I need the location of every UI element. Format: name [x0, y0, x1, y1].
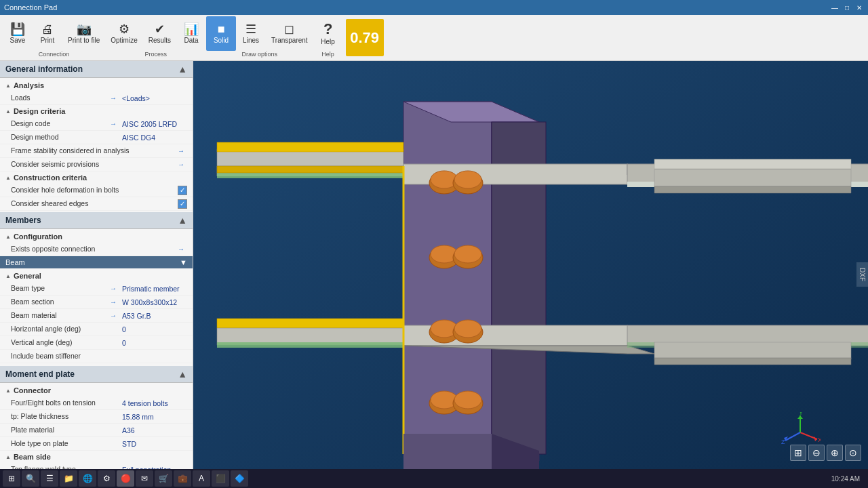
zoom-fit-button[interactable]: ⊙ [845, 445, 861, 461]
taskbar-office-button[interactable]: 💼 [174, 470, 191, 487]
svg-rect-13 [217, 142, 403, 152]
score-display: 0.79 [346, 19, 384, 56]
seismic-provisions-prop[interactable]: Consider seismic provisions → [0, 158, 193, 171]
include-beam-stiffener-label: Include beam stiffener [11, 352, 187, 361]
frame-stability-label: Frame stability considered in analysis [11, 146, 178, 156]
transparent-icon: ◻ [284, 23, 294, 35]
taskbar-acad-button[interactable]: A [193, 470, 210, 487]
hole-deformation-checkbox[interactable]: ✓ [178, 186, 187, 195]
design-code-prop[interactable]: Design code → AISC 2005 LRFD [0, 117, 193, 131]
taskbar-store-button[interactable]: 🛒 [155, 470, 172, 487]
plate-thickness-label: tp: Plate thickness [11, 412, 119, 422]
data-button[interactable]: 📊 Data [176, 16, 206, 51]
svg-rect-42 [654, 342, 851, 359]
opposite-connection-prop[interactable]: Exists opposite connection → [0, 243, 193, 256]
draw-options-group-label: Draw options [242, 51, 278, 58]
transparent-button[interactable]: ◻ Transparent [266, 16, 313, 51]
vertical-angle-prop[interactable]: Vertical angle (deg) 0 [0, 336, 193, 350]
plate-thickness-value: 15.88 mm [119, 413, 187, 421]
save-label: Save [10, 37, 26, 44]
moment-end-plate-header[interactable]: Moment end plate ▲ [0, 366, 193, 383]
design-code-label: Design code [11, 119, 110, 129]
svg-rect-14 [217, 166, 403, 173]
lines-button[interactable]: ☰ Lines [236, 16, 266, 51]
sheared-edges-checkbox[interactable]: ✓ [178, 199, 187, 209]
members-section-header[interactable]: Members ▲ [0, 212, 193, 229]
beam-side-subsection-header[interactable]: Beam side [0, 451, 193, 463]
results-button[interactable]: ✔ Results [143, 16, 176, 51]
save-button[interactable]: 💾 Save [3, 16, 33, 51]
results-label: Results [149, 37, 171, 44]
beam-section-prop[interactable]: Beam section → W 300x8s300x12 [0, 296, 193, 309]
taskbar-settings-button[interactable]: ⚙ [98, 470, 115, 487]
loads-label: Loads [11, 94, 110, 103]
design-criteria-subsection-header[interactable]: Design criteria [0, 105, 193, 117]
hole-deformation-prop[interactable]: Consider hole deformation in bolts ✓ [0, 184, 193, 197]
hole-type-value: STD [119, 440, 187, 448]
help-button[interactable]: ? Help [313, 16, 343, 51]
frame-stability-prop[interactable]: Frame stability considered in analysis → [0, 144, 193, 158]
dxf-panel-label[interactable]: DXF [856, 262, 868, 287]
taskbar-explorer-button[interactable]: 📁 [60, 470, 77, 487]
beam-type-value: Prismatic member [119, 285, 187, 293]
optimize-icon: ⚙ [119, 23, 130, 35]
svg-text:X: X [818, 436, 821, 443]
solid-button[interactable]: ■ Solid [206, 16, 236, 51]
taskbar-cmd-button[interactable]: ⬛ [212, 470, 229, 487]
connector-title: Connector [14, 386, 51, 394]
sheared-edges-prop[interactable]: Consider sheared edges ✓ [0, 197, 193, 211]
search-button[interactable]: 🔍 [22, 470, 39, 487]
help-label: Help [321, 38, 335, 45]
design-method-prop[interactable]: Design method AISC DG4 [0, 131, 193, 144]
print-to-file-button[interactable]: 📷 Print to file [62, 16, 105, 51]
toolbar-process-group: ⚙ Optimize ✔ Results 📊 Data Process [105, 16, 206, 59]
task-view-button[interactable]: ☰ [41, 470, 58, 487]
horizontal-angle-value: 0 [119, 325, 187, 333]
moment-end-plate-collapse-icon[interactable]: ▲ [178, 369, 187, 380]
zoom-extend-button[interactable]: ⊞ [790, 445, 806, 461]
hole-type-prop[interactable]: Hole type on plate STD [0, 437, 193, 451]
left-panel[interactable]: General information ▲ Analysis Loads → <… [0, 61, 193, 488]
plate-material-prop[interactable]: Plate material A36 [0, 424, 193, 437]
analysis-subsection-header[interactable]: Analysis [0, 79, 193, 92]
close-btn[interactable]: ✕ [854, 3, 864, 12]
construction-criteria-subsection-header[interactable]: Construction criteria [0, 171, 193, 184]
svg-rect-17 [217, 342, 403, 348]
loads-prop[interactable]: Loads → <Loads> [0, 92, 193, 105]
start-button[interactable]: ⊞ [3, 470, 20, 487]
zoom-in-button[interactable]: ⊕ [827, 445, 843, 461]
four-eight-bolts-label: Four/Eight bolts on tension [11, 399, 119, 408]
optimize-button[interactable]: ⚙ Optimize [105, 16, 142, 51]
include-beam-stiffener-prop[interactable]: Include beam stiffener [0, 350, 193, 363]
taskbar-app2-button[interactable]: 🔷 [231, 470, 248, 487]
plate-thickness-prop[interactable]: tp: Plate thickness 15.88 mm [0, 410, 193, 424]
beam-subsection-header[interactable]: Beam ▼ [0, 256, 193, 268]
zoom-out-button[interactable]: ⊖ [808, 445, 825, 461]
beam-general-subsection-header[interactable]: General [0, 270, 193, 282]
svg-rect-15 [217, 319, 403, 328]
beam-material-prop[interactable]: Beam material → A53 Gr.B [0, 309, 193, 323]
general-information-title: General information [5, 64, 83, 74]
four-eight-bolts-prop[interactable]: Four/Eight bolts on tension 4 tension bo… [0, 396, 193, 410]
general-info-collapse-icon[interactable]: ▲ [178, 64, 187, 75]
taskbar-app1-button[interactable]: 🔴 [117, 470, 134, 487]
configuration-title: Configuration [14, 232, 62, 241]
taskbar-chrome-button[interactable]: 🌐 [79, 470, 96, 487]
svg-rect-43 [654, 358, 851, 365]
minimize-btn[interactable]: — [830, 3, 840, 12]
svg-marker-41 [654, 186, 851, 193]
maximize-btn[interactable]: □ [842, 3, 852, 12]
beam-collapse-icon[interactable]: ▼ [180, 258, 187, 266]
viewport[interactable]: X Y Z ⊞ ⊖ ⊕ ⊙ DXF [193, 61, 868, 488]
beam-type-prop[interactable]: Beam type → Prismatic member [0, 282, 193, 296]
svg-text:Y: Y [799, 412, 803, 416]
connector-subsection-header[interactable]: Connector [0, 384, 193, 396]
members-collapse-icon[interactable]: ▲ [178, 215, 187, 226]
print-button[interactable]: 🖨 Print [33, 16, 62, 51]
general-information-header[interactable]: General information ▲ [0, 61, 193, 78]
taskbar-mail-button[interactable]: ✉ [136, 470, 153, 487]
horizontal-angle-prop[interactable]: Horizontal angle (deg) 0 [0, 323, 193, 336]
svg-line-50 [785, 432, 800, 441]
beam-section-arrow-icon: → [110, 298, 117, 306]
configuration-subsection-header[interactable]: Configuration [0, 230, 193, 243]
